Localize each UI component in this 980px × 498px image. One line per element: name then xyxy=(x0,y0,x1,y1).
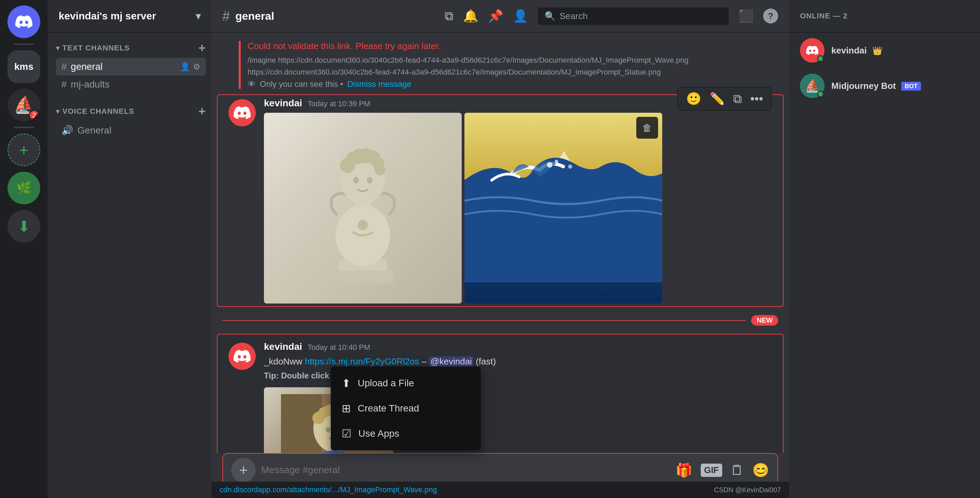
notification-bell-icon[interactable]: 🔔 xyxy=(463,9,479,23)
chevron-voice-icon: ▾ xyxy=(56,107,60,116)
message-header-2: kevindai Today at 10:40 PM xyxy=(264,341,772,352)
emoji-icon[interactable]: 😊 xyxy=(752,462,769,478)
svg-point-16 xyxy=(555,160,558,163)
hash-icon: # xyxy=(61,61,67,72)
boat-server-icon[interactable]: ⛵ 2 xyxy=(8,89,40,121)
member-icon[interactable]: 👤 xyxy=(180,62,190,71)
use-apps-menuitem[interactable]: ☑ Use Apps xyxy=(334,421,478,446)
error-text: Could not validate this link. Please try… xyxy=(248,41,778,51)
kms-label: kms xyxy=(14,61,33,72)
text-channels-header[interactable]: ▾ TEXT CHANNELS + xyxy=(56,41,206,55)
upload-file-label: Upload a File xyxy=(358,378,414,389)
members-icon[interactable]: 👤 xyxy=(513,9,528,23)
server-name-bar[interactable]: kevindai's mj server ▾ xyxy=(48,0,212,33)
message-actions-bar: 🙂 ✏️ ⧉ ••• xyxy=(677,87,772,111)
upload-file-menuitem[interactable]: ⬆ Upload a File xyxy=(334,371,478,396)
thread-icon[interactable]: ⧉ xyxy=(730,90,745,107)
svg-point-11 xyxy=(374,165,385,175)
right-sidebar: ONLINE — 2 kevindai 👑 ⛵ Midjourney Bot B… xyxy=(789,0,980,498)
gif-icon[interactable]: GIF xyxy=(701,464,722,477)
crown-icon: 👑 xyxy=(872,46,883,55)
search-bar[interactable]: 🔍 Search xyxy=(538,8,729,25)
pin-icon[interactable]: 📌 xyxy=(488,9,503,23)
voice-channels-header[interactable]: ▾ VOICE CHANNELS + xyxy=(56,104,206,119)
settings-icon[interactable]: ⚙ xyxy=(193,62,200,71)
context-menu: ⬆ Upload a File ⊞ Create Thread ☑ Use Ap… xyxy=(331,366,481,450)
message-kevindai-1: 🙂 ✏️ ⧉ ••• kevindai Today at 10:39 PM xyxy=(217,94,784,307)
text-channels-label: TEXT CHANNELS xyxy=(62,44,130,52)
chevron-text-icon: ▾ xyxy=(56,44,60,52)
bot-online-dot xyxy=(817,90,824,97)
svg-point-15 xyxy=(547,162,552,168)
channel-hash-icon: # xyxy=(222,8,230,24)
svg-point-14 xyxy=(358,220,368,230)
message-link[interactable]: https://s.mj.run/Fy2yG0Rl2os xyxy=(305,356,419,366)
message-author-2: kevindai xyxy=(264,341,302,352)
svg-point-17 xyxy=(568,165,572,169)
delete-image-button[interactable]: 🗑 xyxy=(636,117,658,139)
gift-icon[interactable]: 🎁 xyxy=(676,462,692,478)
svg-rect-0 xyxy=(332,270,393,283)
channel-name-header: general xyxy=(235,10,274,22)
svg-point-13 xyxy=(367,177,372,184)
member-midjourney-bot[interactable]: ⛵ Midjourney Bot BOT xyxy=(789,68,980,103)
thread-create-icon: ⊞ xyxy=(342,402,351,415)
channel-general[interactable]: # general 👤 ⚙ xyxy=(56,58,206,76)
avatar-kevindai-2 xyxy=(229,343,256,370)
add-server-icon[interactable]: + xyxy=(8,133,40,166)
input-right-icons: 🎁 GIF 🗒 😊 xyxy=(676,462,769,478)
new-badge: NEW xyxy=(751,315,778,326)
wave-painting xyxy=(465,113,662,303)
help-icon[interactable]: ? xyxy=(763,8,778,24)
download-server-icon[interactable]: ⬇ xyxy=(8,210,40,243)
channel-mj-adults[interactable]: # mj-adults xyxy=(56,76,206,94)
channel-general-voice[interactable]: 🔊 General xyxy=(56,121,206,139)
messages-area: Could not validate this link. Please try… xyxy=(212,33,789,453)
top-bar-icons: ⧉ 🔔 📌 👤 🔍 Search ⬛ ? xyxy=(445,8,778,25)
voice-channels-section: ▾ VOICE CHANNELS + 🔊 General xyxy=(48,96,212,142)
plus-button[interactable]: + xyxy=(231,458,256,482)
upload-icon: ⬆ xyxy=(342,377,351,390)
avatar-kevindai xyxy=(229,99,256,126)
message-input[interactable] xyxy=(261,465,670,476)
separator-line xyxy=(222,320,746,321)
add-voice-channel-icon[interactable]: + xyxy=(199,104,206,119)
new-message-separator: NEW xyxy=(222,315,778,326)
message-mention[interactable]: @kevindai xyxy=(429,356,473,366)
member-avatar-mj-bot: ⛵ xyxy=(800,74,824,98)
chevron-down-icon: ▾ xyxy=(196,11,200,22)
create-thread-menuitem[interactable]: ⊞ Create Thread xyxy=(334,396,478,421)
status-bar-link: cdn.discordapp.com/attachments/.../MJ_Im… xyxy=(220,485,437,494)
message-kevindai-2: kevindai Today at 10:40 PM _kdoNww https… xyxy=(217,334,784,453)
only-you-text: Only you can see this • xyxy=(260,79,344,89)
member-name-kevindai: kevindai xyxy=(831,45,867,56)
member-name-mj-bot: Midjourney Bot xyxy=(831,81,896,91)
more-options-icon[interactable]: ••• xyxy=(748,90,766,107)
leaf-server-icon[interactable]: 🌿 xyxy=(8,172,40,205)
member-kevindai[interactable]: kevindai 👑 xyxy=(789,33,980,68)
server-bar: kms ⛵ 2 + 🌿 ⬇ xyxy=(0,0,48,498)
dismiss-link[interactable]: Dismiss message xyxy=(347,79,412,89)
right-sidebar-header: ONLINE — 2 xyxy=(789,0,980,33)
add-text-channel-icon[interactable]: + xyxy=(199,41,206,55)
message-time-1: Today at 10:39 PM xyxy=(307,100,370,108)
inbox-icon[interactable]: ⬛ xyxy=(738,9,754,23)
sticker-icon[interactable]: 🗒 xyxy=(730,463,744,478)
online-count: ONLINE — 2 xyxy=(800,11,848,21)
bot-badge: BOT xyxy=(901,82,921,90)
message-time-2: Today at 10:40 PM xyxy=(307,343,370,352)
member-name-container: kevindai 👑 xyxy=(831,45,883,56)
svg-point-30 xyxy=(326,427,331,433)
channel-general-voice-name: General xyxy=(77,125,111,136)
error-message: Could not validate this link. Please try… xyxy=(239,41,778,89)
apps-icon: ☑ xyxy=(342,427,352,440)
edit-icon[interactable]: ✏️ xyxy=(707,90,728,107)
threads-icon[interactable]: ⧉ xyxy=(445,9,453,23)
server-separator-2 xyxy=(14,127,34,128)
wave-image[interactable]: 🗑 xyxy=(465,113,662,303)
statue-image[interactable] xyxy=(264,113,462,303)
kms-server-icon[interactable]: kms xyxy=(8,51,40,83)
error-code: /imagine https://cdn.document360.io/3040… xyxy=(248,54,778,78)
emoji-reaction-icon[interactable]: 🙂 xyxy=(683,90,704,107)
discord-home-icon[interactable] xyxy=(8,5,40,38)
